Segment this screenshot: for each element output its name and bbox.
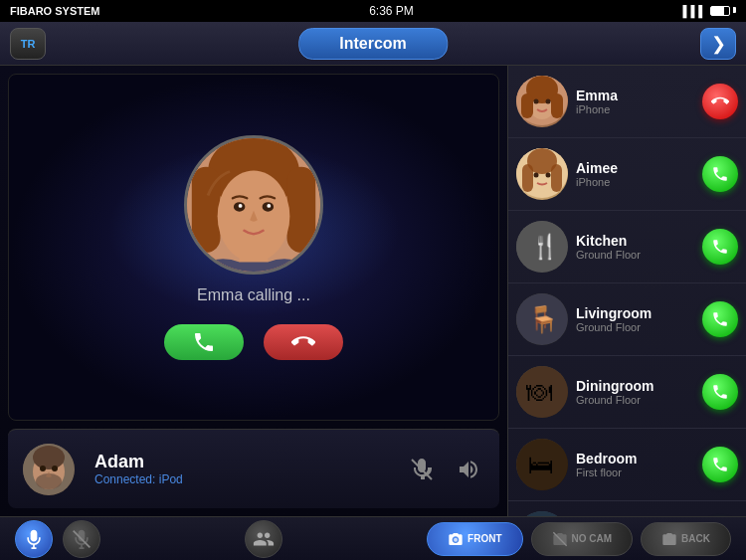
kitchen-avatar-svg: 🍴 [516, 221, 568, 273]
svg-text:🍴: 🍴 [530, 232, 560, 261]
contacts-button[interactable] [245, 520, 282, 558]
contact-item-diningroom[interactable]: 🍽 Diningroom Ground Floor [508, 356, 746, 429]
microphone-slash-icon [72, 529, 92, 549]
contact-item-aimee[interactable]: Aimee iPhone [508, 138, 746, 211]
contact-avatar-livingroom: 🪑 [516, 293, 568, 345]
active-user-icons [406, 454, 484, 485]
phone-green-bedroom-icon [711, 456, 729, 473]
contact-info-aimee: Aimee iPhone [576, 160, 702, 188]
contact-item-kitchen[interactable]: 🍴 Kitchen Ground Floor [508, 211, 746, 283]
toolbar-title-area: Intercom [298, 28, 448, 60]
call-buttons [164, 324, 343, 360]
contact-info-livingroom: Livingroom Ground Floor [576, 305, 702, 333]
svg-text:🍽: 🍽 [526, 377, 552, 407]
contact-avatar-bathroom: 🛁 [516, 511, 568, 516]
battery-tip [733, 7, 736, 13]
contact-info-kitchen: Kitchen Ground Floor [576, 233, 702, 261]
caller-face-svg [187, 135, 320, 275]
caller-face [187, 138, 320, 272]
svg-point-15 [52, 466, 58, 471]
phone-green-icon [711, 165, 729, 183]
svg-point-22 [546, 99, 551, 104]
active-user-status: Connected: iPod [94, 472, 394, 486]
contact-name-diningroom: Diningroom [576, 378, 702, 394]
volume-icon[interactable] [453, 454, 484, 485]
contact-info-diningroom: Diningroom Ground Floor [576, 378, 702, 406]
contact-sub-kitchen: Ground Floor [576, 249, 702, 261]
svg-point-14 [40, 466, 46, 471]
livingroom-avatar-svg: 🪑 [516, 293, 568, 345]
decline-call-button[interactable] [264, 324, 343, 360]
intercom-title: Intercom [298, 28, 448, 60]
bedroom-avatar-svg: 🛏 [516, 439, 568, 490]
contact-name-aimee: Aimee [576, 160, 702, 176]
contact-status-kitchen[interactable] [702, 229, 738, 265]
svg-rect-20 [551, 93, 563, 118]
bathroom-avatar-svg: 🛁 [516, 511, 568, 516]
svg-point-21 [534, 99, 539, 104]
camera-back-button[interactable]: BACK [641, 522, 731, 556]
contact-avatar-aimee [516, 148, 568, 200]
contact-sub-diningroom: Ground Floor [576, 394, 702, 406]
contact-info-emma: Emma iPhone [576, 88, 702, 115]
mute-user-icon[interactable] [406, 454, 438, 485]
wifi-icon: ▌▌▌ [683, 5, 706, 17]
svg-rect-26 [522, 164, 533, 192]
battery-icon [710, 6, 730, 16]
contact-name-emma: Emma [576, 88, 702, 103]
chevron-right-icon: ❯ [711, 33, 726, 55]
contact-sub-bedroom: First floor [576, 467, 702, 478]
status-icons: ▌▌▌ [683, 5, 736, 17]
front-cam-label: FRONT [467, 533, 501, 544]
contact-item-bathroom[interactable]: 🛁 Bathroom First floor [508, 501, 746, 516]
contact-sub-emma: iPhone [576, 103, 702, 115]
bottom-left-controls [15, 520, 100, 558]
contact-item-livingroom[interactable]: 🪑 Livingroom Ground Floor [508, 283, 746, 356]
contact-sub-livingroom: Ground Floor [576, 321, 702, 333]
contact-avatar-kitchen: 🍴 [516, 221, 568, 273]
main-content: Emma calling ... [0, 66, 746, 516]
bottom-toolbar: FRONT NO CAM BACK [0, 516, 746, 560]
mic-button[interactable] [15, 520, 53, 558]
active-user-name: Adam [94, 452, 394, 472]
back-button[interactable]: ❯ [700, 28, 736, 60]
phone-green-livingroom-icon [711, 310, 729, 328]
contact-status-bedroom[interactable] [702, 447, 738, 482]
fibaro-logo[interactable]: TR [10, 28, 46, 60]
svg-rect-3 [287, 166, 316, 252]
no-cam-label: NO CAM [572, 533, 613, 544]
camera-nocam-button[interactable]: NO CAM [531, 522, 634, 556]
svg-point-43 [667, 537, 672, 542]
contacts-icon [253, 528, 275, 550]
camera-front-icon [448, 531, 464, 547]
svg-point-8 [267, 204, 271, 208]
contact-status-emma[interactable] [702, 84, 738, 119]
phone-green-diningroom-icon [711, 383, 729, 401]
contact-item-emma[interactable]: Emma iPhone [508, 66, 746, 138]
svg-text:🪑: 🪑 [527, 303, 560, 335]
diningroom-avatar-svg: 🍽 [516, 366, 568, 418]
adam-face-svg [23, 444, 75, 495]
microphone-icon [24, 529, 44, 549]
contact-avatar-bedroom: 🛏 [516, 439, 568, 490]
camera-front-button[interactable]: FRONT [427, 522, 522, 556]
caller-avatar-large [184, 135, 323, 275]
active-user-avatar [23, 444, 75, 495]
svg-rect-27 [551, 164, 562, 192]
right-panel: Emma iPhone [507, 66, 746, 516]
toolbar: TR Intercom ❯ [0, 22, 746, 66]
contact-name-bedroom: Bedroom [576, 451, 702, 467]
contact-item-bedroom[interactable]: 🛏 Bedroom First floor [508, 429, 746, 501]
speaker-icon [457, 458, 480, 481]
bottom-center-controls [245, 520, 282, 558]
status-bar: FIBARO SYSTEM 6:36 PM ▌▌▌ [0, 0, 746, 22]
accept-call-button[interactable] [164, 324, 244, 360]
contact-status-aimee[interactable] [702, 156, 738, 192]
contact-status-diningroom[interactable] [702, 374, 738, 410]
contact-sub-aimee: iPhone [576, 176, 702, 188]
contact-status-livingroom[interactable] [702, 301, 738, 337]
status-time: 6:36 PM [369, 4, 414, 18]
mic-mute-button[interactable] [63, 520, 100, 558]
contact-name-kitchen: Kitchen [576, 233, 702, 249]
caller-name: Emma calling ... [197, 286, 310, 304]
